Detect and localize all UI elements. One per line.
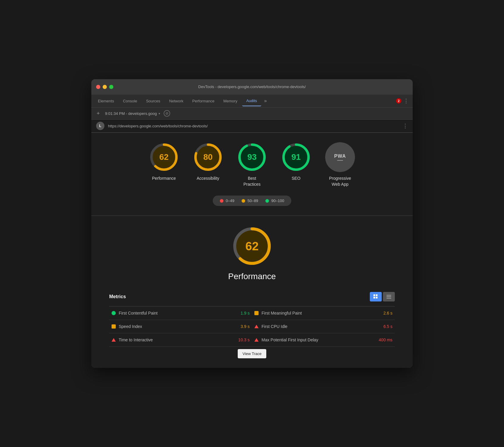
view-trace-button[interactable]: View Trace: [238, 349, 266, 358]
metric-icon-orange-square: [254, 311, 259, 315]
metric-icon-red-triangle-2: [112, 338, 116, 342]
gauge-circle-best-practices: 93: [237, 142, 267, 172]
browser-window: DevTools - developers.google.com/web/too…: [91, 79, 413, 368]
metrics-section: Metrics: [109, 292, 395, 347]
big-score-value: 62: [245, 240, 259, 253]
gauge-label-seo: SEO: [292, 176, 300, 182]
gauge-label-pwa: ProgressiveWeb App: [329, 176, 351, 187]
new-tab-button[interactable]: +: [95, 110, 101, 117]
metrics-header: Metrics: [109, 292, 395, 301]
traffic-lights: [96, 85, 113, 89]
gauge-pwa[interactable]: PWA ProgressiveWeb App: [325, 142, 355, 187]
gauge-circle-seo: 91: [281, 142, 311, 172]
gauge-value-best-practices: 93: [247, 152, 256, 162]
gauge-accessibility[interactable]: 80 Accessibility: [193, 142, 223, 182]
score-legend: 0–49 50–89 90–100: [109, 196, 395, 206]
grid-view-icon: [373, 294, 378, 299]
bottom-hint: View Trace: [109, 349, 395, 358]
error-count-badge: 2: [396, 98, 401, 104]
legend-item-green: 90–100: [265, 199, 284, 203]
gauge-value-accessibility: 80: [203, 152, 212, 162]
pwa-dash: [337, 160, 343, 161]
metric-icon-orange-square-2: [112, 324, 116, 329]
metric-icon-red-triangle-3: [254, 338, 259, 342]
svg-rect-20: [386, 296, 391, 297]
stop-recording-icon: ⊘: [164, 110, 170, 117]
gauge-circle-performance: 62: [149, 142, 179, 172]
svg-rect-17: [373, 297, 375, 298]
svg-rect-18: [376, 297, 378, 298]
tab-performance[interactable]: Performance: [188, 96, 218, 106]
tab-console[interactable]: Console: [119, 96, 141, 106]
legend-dot-green: [265, 199, 269, 203]
svg-rect-19: [386, 295, 391, 296]
tab-elements[interactable]: Elements: [94, 96, 118, 106]
metrics-grid: First Contentful Paint 1.9 s First Meani…: [109, 306, 395, 347]
list-view-icon: [386, 294, 392, 299]
legend-item-red: 0–49: [220, 199, 234, 203]
metric-time-to-interactive: Time to Interactive 10.3 s: [109, 333, 252, 347]
metrics-grid-view-button[interactable]: [370, 292, 382, 301]
timestamp-display: 9:01:34 PM - developers.goog ▾: [105, 111, 160, 116]
big-gauge-circle: 62: [231, 225, 273, 267]
tab-sources[interactable]: Sources: [142, 96, 165, 106]
gauge-label-accessibility: Accessibility: [197, 176, 219, 182]
legend-dot-orange: [242, 199, 245, 203]
tab-bar: Elements Console Sources Network Perform…: [91, 95, 413, 108]
dropdown-arrow-icon[interactable]: ▾: [159, 112, 160, 115]
pwa-circle: PWA: [325, 142, 355, 172]
gauge-value-performance: 62: [159, 152, 168, 162]
gauge-label-performance: Performance: [152, 176, 176, 182]
window-title: DevTools - developers.google.com/web/too…: [198, 85, 306, 89]
tab-more-button[interactable]: »: [262, 96, 269, 106]
metrics-list-view-button[interactable]: [383, 292, 395, 301]
metric-max-first-input-delay: Max Potential First Input Delay 400 ms: [252, 333, 395, 347]
url-bar: L https://developers.google.com/web/tool…: [91, 120, 413, 133]
maximize-button[interactable]: [109, 85, 113, 89]
metrics-section-title: Metrics: [109, 294, 126, 299]
metric-speed-index: Speed Index 3.9 s: [109, 320, 252, 333]
minimize-button[interactable]: [103, 85, 107, 89]
gauge-circle-accessibility: 80: [193, 142, 223, 172]
scores-row: 62 Performance 80 Accessibility: [109, 142, 395, 187]
metric-first-cpu-idle: First CPU Idle 6.5 s: [252, 320, 395, 333]
lighthouse-icon: L: [96, 122, 104, 130]
address-bar: + 9:01:34 PM - developers.goog ▾ ⊘: [91, 108, 413, 120]
legend-item-orange: 50–89: [242, 199, 258, 203]
big-score-title: Performance: [228, 272, 276, 281]
big-score-section: 62 Performance: [109, 225, 395, 281]
tab-network[interactable]: Network: [165, 96, 188, 106]
metric-icon-red-triangle: [254, 325, 259, 328]
section-divider: [91, 215, 413, 216]
tab-audits[interactable]: Audits: [242, 96, 261, 106]
metric-first-meaningful-paint: First Meaningful Paint 2.6 s: [252, 307, 395, 320]
main-content: 62 Performance 80 Accessibility: [91, 133, 413, 368]
svg-rect-15: [373, 294, 375, 296]
url-kebab-menu[interactable]: ⋮: [403, 123, 408, 129]
gauge-label-best-practices: BestPractices: [243, 176, 261, 187]
url-display: https://developers.google.com/web/tools/…: [108, 124, 399, 128]
gauge-best-practices[interactable]: 93 BestPractices: [237, 142, 267, 187]
svg-rect-16: [376, 294, 378, 296]
gauge-value-seo: 91: [291, 152, 300, 162]
metric-first-contentful-paint: First Contentful Paint 1.9 s: [109, 307, 252, 320]
title-bar: DevTools - developers.google.com/web/too…: [91, 79, 413, 95]
svg-rect-21: [386, 298, 391, 298]
gauge-seo[interactable]: 91 SEO: [281, 142, 311, 182]
pwa-icon-text: PWA: [334, 154, 346, 159]
tab-error-indicator: 2: [396, 98, 401, 104]
devtools-menu-button[interactable]: ⋮: [402, 97, 410, 105]
metrics-toggle-buttons: [370, 292, 395, 301]
metric-icon-green-circle: [112, 311, 116, 315]
close-button[interactable]: [96, 85, 100, 89]
legend-dot-red: [220, 199, 223, 203]
legend-inner: 0–49 50–89 90–100: [213, 196, 291, 206]
tab-memory[interactable]: Memory: [219, 96, 242, 106]
gauge-performance[interactable]: 62 Performance: [149, 142, 179, 182]
